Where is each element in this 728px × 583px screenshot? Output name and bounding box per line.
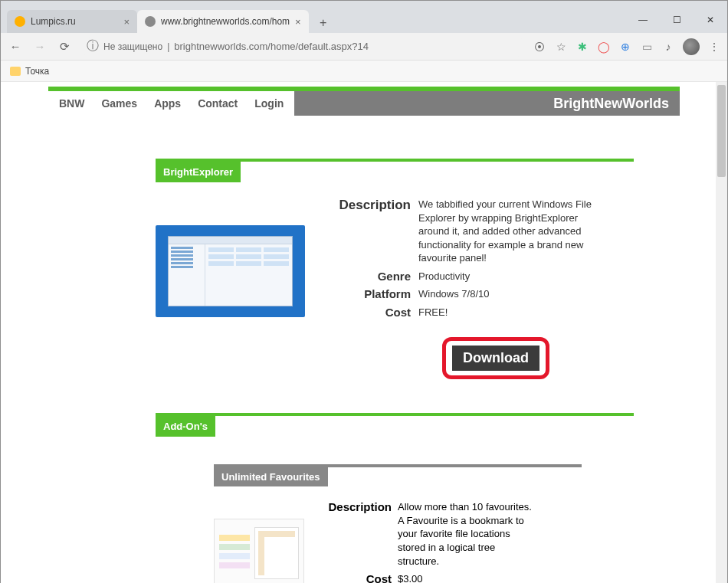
addon-screenshot — [214, 519, 304, 583]
favicon-icon — [145, 16, 156, 27]
scrollbar[interactable] — [716, 82, 727, 583]
browser-tabstrip: Lumpics.ru × www.brightnewworlds.com/hom… — [1, 8, 727, 33]
extension-icon[interactable]: ▭ — [640, 40, 654, 54]
field-label: Description — [319, 198, 411, 265]
new-tab-button[interactable]: + — [313, 13, 333, 33]
bookmark-item[interactable]: Точка — [25, 66, 49, 77]
close-icon[interactable]: × — [295, 16, 301, 28]
product-screenshot — [156, 225, 305, 317]
security-label: Не защищено — [103, 41, 162, 52]
download-button[interactable]: Download — [452, 346, 539, 371]
tab-title: www.brightnewworlds.com/hom — [161, 16, 290, 27]
browser-toolbar: ← → ⟳ ⓘ Не защищено | brightnewworlds.co… — [1, 33, 727, 61]
extension-icon[interactable]: ✱ — [576, 40, 589, 54]
window-maximize-button[interactable]: ☐ — [660, 8, 694, 31]
tab-title: Lumpics.ru — [31, 16, 76, 27]
browser-tab-0[interactable]: Lumpics.ru × — [7, 10, 137, 33]
window-minimize-button[interactable]: ― — [626, 8, 660, 31]
field-label: Cost — [319, 306, 411, 319]
profile-avatar[interactable] — [683, 38, 700, 55]
section-title: Add-On's — [156, 416, 215, 437]
nav-link-login[interactable]: Login — [254, 97, 284, 110]
site-brand: BrightNewWorlds — [294, 91, 680, 116]
field-value: Allow more than 10 favourites. A Favouri… — [398, 500, 536, 568]
reading-list-icon[interactable]: ♪ — [661, 40, 675, 54]
site-header: BNW Games Apps Contact Login BrightNewWo… — [48, 87, 680, 116]
favicon-icon — [15, 16, 25, 27]
window-close-button[interactable]: ✕ — [694, 8, 727, 31]
nav-link-contact[interactable]: Contact — [198, 97, 238, 110]
nav-link-apps[interactable]: Apps — [154, 97, 181, 110]
addon-title: Unlimited Favourites — [214, 467, 328, 486]
address-bar[interactable]: ⓘ Не защищено | brightnewworlds.com/home… — [80, 37, 525, 57]
close-icon[interactable]: × — [123, 16, 130, 28]
star-icon[interactable]: ☆ — [554, 40, 568, 54]
field-value: Windows 7/8/10 — [418, 287, 610, 301]
extension-icon[interactable]: ⊕ — [618, 40, 632, 54]
field-value: We tabbified your current Windows File E… — [418, 198, 610, 265]
folder-icon — [10, 67, 21, 76]
extension-icon[interactable]: ◯ — [597, 40, 611, 54]
info-icon: ⓘ — [87, 38, 99, 54]
browser-tab-1[interactable]: www.brightnewworlds.com/hom × — [137, 10, 309, 33]
menu-icon[interactable]: ⋮ — [707, 40, 721, 54]
nav-link-games[interactable]: Games — [101, 97, 137, 110]
url-text: brightnewworlds.com/home/default.aspx?14 — [174, 41, 369, 52]
field-label: Description — [315, 500, 392, 568]
translate-icon[interactable]: ⦿ — [533, 40, 546, 54]
bookmarks-bar: Точка — [1, 61, 727, 82]
field-label: Platform — [319, 287, 411, 301]
back-button[interactable]: ← — [7, 38, 24, 55]
scroll-thumb[interactable] — [717, 85, 726, 177]
section-title: BrightExplorer — [156, 162, 241, 182]
field-value: Productivity — [418, 270, 610, 283]
field-value: $3.00 — [398, 572, 536, 583]
nav-link-bnw[interactable]: BNW — [59, 97, 84, 110]
field-label: Genre — [319, 270, 411, 283]
field-label: Cost — [315, 572, 392, 583]
reload-button[interactable]: ⟳ — [56, 38, 73, 55]
field-value: FREE! — [418, 306, 610, 319]
download-highlight: Download — [442, 337, 549, 379]
forward-button[interactable]: → — [31, 38, 48, 55]
